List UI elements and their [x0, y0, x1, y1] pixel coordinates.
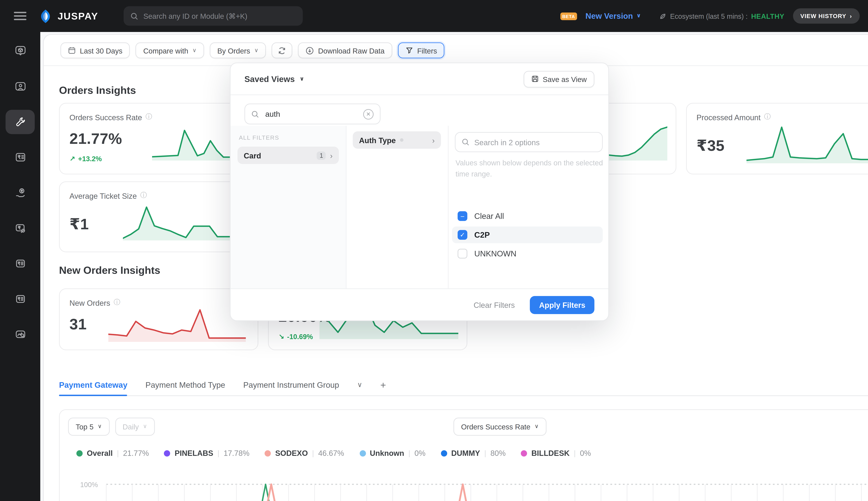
filter-funnel-icon	[405, 46, 413, 54]
kpi-title: Orders Success Rate	[69, 113, 142, 121]
legend-item-billdesk[interactable]: BILLDESK|0%	[521, 449, 591, 457]
kpi-title: Processed Amount	[696, 113, 760, 121]
filters-popup-footer: Clear Filters Apply Filters	[231, 288, 608, 320]
filter-item-auth-type[interactable]: Auth Type ›	[353, 131, 441, 149]
tab-payment-gateway[interactable]: Payment Gateway	[59, 381, 128, 395]
granularity-dropdown[interactable]: Daily∨	[115, 418, 155, 436]
legend-series-name: BILLDESK	[531, 449, 570, 457]
chevron-down-icon: ∨	[98, 424, 102, 429]
rupee-list-icon-2	[14, 293, 26, 305]
filters-button[interactable]: Filters	[398, 42, 444, 58]
legend-color-dot	[76, 450, 83, 456]
filter-options-column: Search in 2 options Values shown below d…	[448, 126, 608, 288]
checkbox-checked[interactable]: ✓	[458, 230, 467, 240]
filter-search-value[interactable]	[264, 109, 350, 119]
option-row-unknown[interactable]: UNKNOWN	[452, 245, 603, 262]
tab-payment-instrument-group[interactable]: Payment Instrument Group	[243, 381, 339, 395]
date-range-button[interactable]: Last 30 Days	[61, 42, 130, 58]
kpi-card-orders-success-rate[interactable]: Orders Success Rateⓘ 21.77% ↗+13.2%	[59, 103, 258, 174]
checkbox-indeterminate[interactable]: –	[458, 211, 467, 221]
add-tab-button[interactable]: +	[380, 380, 386, 395]
kpi-title: Average Ticket Size	[69, 191, 137, 200]
rupee-list-icon	[14, 258, 26, 270]
legend-series-name: Unknown	[370, 449, 404, 457]
sidebar-item-orders[interactable]	[6, 39, 35, 63]
filter-count-badge: 1	[317, 151, 326, 159]
tab-payment-method-type[interactable]: Payment Method Type	[145, 381, 225, 395]
sidebar-item-settlements[interactable]	[6, 252, 35, 276]
compare-with-dropdown[interactable]: Compare with∨	[135, 42, 204, 58]
filter-search-input[interactable]: ✕	[244, 104, 381, 124]
new-version-dropdown[interactable]: New Version∨	[585, 12, 641, 20]
save-as-view-button[interactable]: Save as View	[523, 71, 594, 87]
info-icon[interactable]: ⓘ	[145, 113, 152, 121]
legend-series-name: PINELABS	[175, 449, 213, 457]
calendar-icon	[68, 46, 76, 54]
save-icon	[531, 75, 539, 83]
legend-item-sodexo[interactable]: SODEXO|46.67%	[265, 449, 344, 457]
chevron-down-icon: ∨	[254, 47, 258, 53]
chevron-down-icon: ∨	[193, 47, 196, 53]
legend-item-unknown[interactable]: Unknown|0%	[359, 449, 426, 457]
ecosystem-label: Ecosystem (last 5 mins) :	[670, 12, 748, 20]
chart-controls: Top 5∨ Daily∨ Orders Success Rate∨	[68, 418, 868, 436]
sparkline-new-orders	[108, 305, 246, 342]
option-label: UNKNOWN	[474, 249, 516, 258]
kpi-card-average-ticket-size[interactable]: Average Ticket Sizeⓘ ₹1	[59, 181, 258, 252]
legend-series-name: DUMMY	[451, 449, 480, 457]
all-filters-label: ALL FILTERS	[239, 134, 346, 141]
app-root: JUSPAY Search any ID or Module (⌘+K) BET…	[0, 0, 868, 501]
clear-filters-button[interactable]: Clear Filters	[470, 300, 519, 310]
apply-filters-button[interactable]: Apply Filters	[530, 296, 595, 314]
metric-dropdown[interactable]: Orders Success Rate∨	[453, 418, 546, 436]
checkbox-unchecked[interactable]	[458, 249, 467, 258]
global-search-input[interactable]: Search any ID or Module (⌘+K)	[123, 6, 303, 26]
legend-item-dummy[interactable]: DUMMY|80%	[441, 449, 506, 457]
user-card-icon	[14, 81, 26, 93]
hamburger-menu-icon[interactable]	[14, 12, 26, 20]
sidebar-item-payouts[interactable]	[6, 181, 35, 205]
legend-color-dot	[521, 450, 527, 456]
options-search-placeholder: Search in 2 options	[474, 138, 540, 146]
trend-search-icon	[14, 329, 26, 341]
ecosystem-status: Ecosystem (last 5 mins) : HEALTHY	[659, 12, 784, 20]
kpi-card-new-orders[interactable]: New Ordersⓘ 31	[59, 288, 258, 350]
legend-series-name: SODEXO	[275, 449, 308, 457]
legend-item-overall[interactable]: Overall|21.77%	[76, 449, 149, 457]
filters-popup-body: ✕ ALL FILTERS Card 1 › Auth Type	[231, 95, 608, 288]
sidebar-item-invoices[interactable]	[6, 145, 35, 170]
by-orders-dropdown[interactable]: By Orders∨	[210, 42, 266, 58]
chevron-down-icon: ∨	[143, 424, 147, 429]
chart-legend: Overall|21.77%PINELABS|17.78%SODEXO|46.6…	[76, 449, 868, 457]
svg-text:100%: 100%	[80, 481, 98, 489]
brand-logo[interactable]: JUSPAY	[38, 9, 98, 23]
sidebar-item-refunds[interactable]	[6, 287, 35, 311]
refresh-button[interactable]	[272, 42, 292, 58]
options-helper-text: Values shown below depends on the select…	[455, 158, 604, 180]
search-icon	[462, 138, 470, 146]
sidebar-item-analytics[interactable]	[6, 322, 35, 347]
gateway-chart-card: Top 5∨ Daily∨ Orders Success Rate∨ Overa…	[59, 409, 868, 501]
saved-views-dropdown[interactable]: Saved Views∨	[244, 74, 304, 84]
legend-item-pinelabs[interactable]: PINELABS|17.78%	[164, 449, 250, 457]
option-row-c2p[interactable]: ✓C2P	[452, 226, 603, 243]
tabs-more-chevron-icon[interactable]: ∨	[357, 381, 362, 395]
chart-plot-area: 100%	[60, 472, 868, 501]
sidebar-item-payment-links[interactable]	[6, 216, 35, 241]
sidebar-item-tools-active[interactable]	[6, 110, 35, 134]
option-row-clear-all[interactable]: –Clear All	[452, 208, 603, 224]
legend-series-rate: 80%	[491, 449, 506, 457]
download-raw-data-button[interactable]: Download Raw Data	[298, 42, 392, 58]
top5-dropdown[interactable]: Top 5∨	[68, 418, 109, 436]
kpi-card-processed-amount[interactable]: Processed Amountⓘ ₹35	[686, 103, 868, 174]
filter-item-card[interactable]: Card 1 ›	[238, 147, 339, 164]
cube-bubble-icon	[14, 45, 26, 57]
rupee-link-icon	[14, 222, 26, 234]
options-search-input[interactable]: Search in 2 options	[455, 132, 603, 152]
sidebar-item-customers[interactable]	[6, 74, 35, 99]
dimension-tabs: Payment Gateway Payment Method Type Paym…	[59, 378, 868, 396]
clear-search-icon[interactable]: ✕	[363, 109, 374, 119]
view-history-button[interactable]: VIEW HISTORY›	[793, 8, 860, 24]
chevron-down-icon: ∨	[535, 424, 539, 429]
chevron-down-icon: ∨	[636, 13, 641, 19]
